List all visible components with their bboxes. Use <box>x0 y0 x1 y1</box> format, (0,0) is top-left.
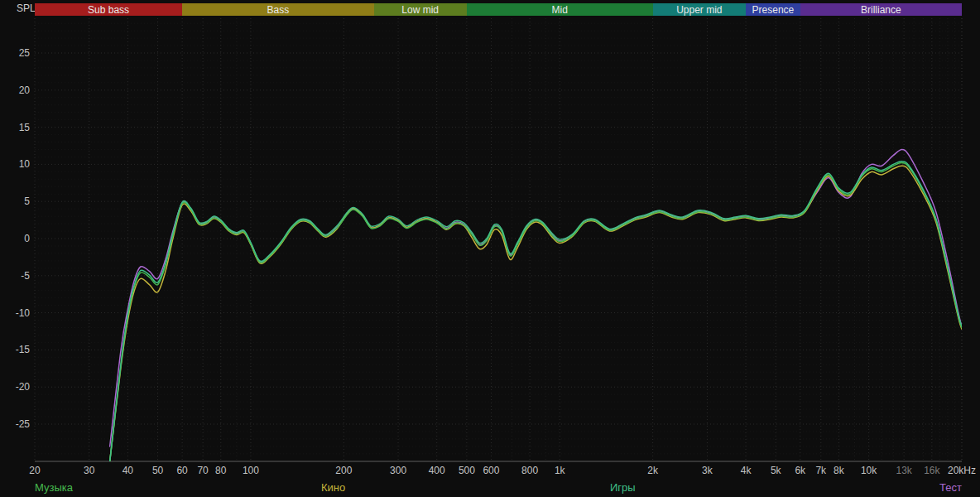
x-tick-label: 7k <box>815 465 826 476</box>
y-tick-label: 5 <box>2 195 30 208</box>
x-tick-label: 13k <box>896 465 911 476</box>
y-tick-label: 20 <box>2 84 30 97</box>
y-tick-label: 10 <box>2 157 30 171</box>
x-tick-label: 200 <box>335 465 352 476</box>
y-tick-label: -10 <box>2 306 30 320</box>
curve-music <box>110 163 962 461</box>
x-tick-label: 70 <box>197 465 208 476</box>
x-tick-label: 500 <box>459 465 475 476</box>
x-tick-label: 800 <box>521 465 538 476</box>
x-tick-label: 5k <box>771 465 781 476</box>
y-tick-label: -20 <box>2 380 30 393</box>
x-tick-label: 8k <box>833 465 844 476</box>
x-tick-label: 100 <box>243 465 259 476</box>
legend-item-movies[interactable]: Кино <box>321 481 345 494</box>
x-tick-label: 50 <box>152 465 163 476</box>
x-tick-label: 20 <box>29 465 40 476</box>
x-tick-label: 600 <box>483 465 499 476</box>
x-tick-label: 60 <box>176 465 187 476</box>
y-tick-label: -25 <box>2 417 30 431</box>
curve-movies <box>110 166 962 461</box>
plot-area <box>0 0 980 497</box>
y-tick-label: -5 <box>2 269 30 282</box>
y-tick-label: -15 <box>2 343 30 356</box>
x-tick-label: 6k <box>795 465 805 476</box>
y-tick-label: 15 <box>2 121 30 134</box>
x-tick-label: 40 <box>122 465 133 476</box>
x-tick-label: 400 <box>429 465 445 476</box>
x-tick-label: 30 <box>84 465 94 476</box>
legend-item-games[interactable]: Игры <box>610 481 636 494</box>
x-tick-label: 4k <box>741 465 752 476</box>
y-tick-label: 0 <box>2 232 30 245</box>
x-tick-label: 20kHz <box>948 465 976 476</box>
x-tick-label: 80 <box>215 465 226 476</box>
legend-item-test[interactable]: Тест <box>939 481 962 494</box>
x-tick-label: 2k <box>647 465 658 476</box>
x-tick-label: 10k <box>861 465 877 476</box>
x-tick-label: 1k <box>555 465 565 476</box>
curve-test <box>110 150 962 446</box>
x-tick-label: 16k <box>924 465 939 476</box>
x-tick-label: 300 <box>390 465 406 476</box>
curve-games <box>110 162 962 461</box>
y-tick-label: 25 <box>2 46 30 60</box>
legend-item-music[interactable]: Музыка <box>35 481 73 494</box>
x-tick-label: 3k <box>702 465 713 476</box>
frequency-response-chart: SPL Sub bassBassLow midMidUpper midPrese… <box>0 0 980 497</box>
